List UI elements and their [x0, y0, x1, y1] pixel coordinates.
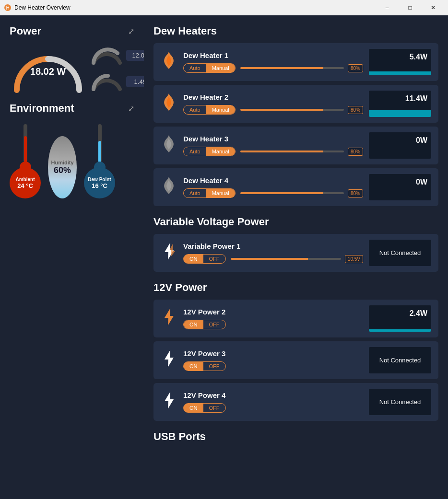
dew-heater-2-bar-area	[369, 107, 431, 117]
svg-rect-3	[24, 136, 27, 162]
12v-power-3-icon	[161, 349, 177, 371]
12v-power-2-info: 12V Power 2 ON OFF	[183, 308, 363, 329]
dew-heater-1-toggle[interactable]: Auto Manual	[183, 63, 236, 73]
title-bar: H Dew Heater Overview – □ ✕	[0, 0, 448, 15]
dew-heater-4-card: Dew Heater 4 Auto Manual 80% 0W	[153, 168, 438, 206]
env-display: Ambient 24 °C Humidity 60%	[10, 122, 134, 198]
dew-heater-4-chart-value: 0W	[416, 178, 427, 186]
dew-heater-2-bar	[369, 110, 431, 117]
app-icon: H	[4, 4, 12, 12]
dew-heater-2-chart: 11.4W	[369, 91, 431, 117]
power-external-link-icon[interactable]: ⤢	[128, 27, 134, 36]
close-button[interactable]: ✕	[422, 0, 444, 15]
variable-power-1-slider-track[interactable]	[231, 258, 341, 260]
dew-heater-1-bar	[369, 71, 431, 75]
12v-power-4-on-btn[interactable]: ON	[184, 404, 203, 412]
12v-power-2-name: 12V Power 2	[183, 308, 363, 316]
minimize-button[interactable]: –	[376, 0, 398, 15]
variable-power-1-status: Not Connected	[371, 249, 429, 256]
ambient-label: Ambient 24 °C	[10, 167, 41, 198]
dew-heater-1-chart-value: 5.4W	[410, 53, 427, 61]
dew-heater-3-auto-btn[interactable]: Auto	[184, 147, 206, 156]
variable-power-1-toggle[interactable]: ON OFF	[183, 254, 226, 264]
svg-rect-6	[98, 141, 101, 162]
dew-heater-3-toggle[interactable]: Auto Manual	[183, 147, 236, 156]
maximize-button[interactable]: □	[399, 0, 421, 15]
power-section-header: Power ⤢	[10, 25, 134, 37]
dew-heater-2-manual-btn[interactable]: Manual	[206, 105, 235, 114]
dew-heater-3-card: Dew Heater 3 Auto Manual 80% 0W	[153, 127, 438, 164]
12v-power-3-controls: ON OFF	[183, 361, 363, 371]
window-controls: – □ ✕	[376, 0, 444, 15]
12v-power-4-controls: ON OFF	[183, 403, 363, 413]
power-watts-value: 18.02 W	[30, 66, 66, 77]
ambient-thermometer: Ambient 24 °C	[10, 122, 41, 198]
variable-power-1-controls: ON OFF 10.5V	[183, 254, 363, 264]
dew-heater-2-slider-track[interactable]	[240, 109, 344, 111]
12v-power-3-status: Not Connected	[371, 357, 429, 364]
12v-power-2-off-btn[interactable]: OFF	[203, 320, 225, 329]
dew-heater-3-chart-value: 0W	[416, 136, 427, 145]
12v-power-3-toggle[interactable]: ON OFF	[183, 361, 226, 371]
dew-heater-1-chart: 5.4W	[369, 49, 431, 75]
dew-heater-3-chart: 0W	[369, 132, 431, 159]
dew-heater-2-slider-value: 80%	[348, 106, 363, 114]
12v-power-3-off-btn[interactable]: OFF	[203, 362, 225, 371]
dew-heater-1-manual-btn[interactable]: Manual	[206, 64, 235, 72]
current-arc	[91, 72, 122, 92]
12v-power-2-chart-value: 2.4W	[410, 309, 427, 318]
dew-heaters-title: Dew Heaters	[153, 25, 438, 37]
variable-voltage-title: Variable Voltage Power	[153, 216, 438, 228]
12v-power-2-on-btn[interactable]: ON	[184, 320, 203, 329]
12v-power-2-bar	[369, 329, 431, 332]
12v-power-3-card: 12V Power 3 ON OFF Not Connected	[153, 341, 438, 379]
dew-heater-3-slider-track[interactable]	[240, 151, 344, 152]
dew-heater-2-icon	[161, 93, 177, 115]
humidity-display: Humidity 60%	[48, 136, 77, 198]
dew-heater-3-controls: Auto Manual 80%	[183, 147, 363, 156]
dew-heater-3-manual-btn[interactable]: Manual	[206, 147, 235, 156]
dew-heater-4-slider-track[interactable]	[240, 192, 344, 194]
dew-heater-4-toggle[interactable]: Auto Manual	[183, 188, 236, 198]
12v-power-2-toggle[interactable]: ON OFF	[183, 320, 226, 329]
env-external-link-icon[interactable]: ⤢	[128, 104, 134, 113]
dew-heater-4-controls: Auto Manual 80%	[183, 188, 363, 198]
12v-power-4-info: 12V Power 4 ON OFF	[183, 391, 363, 413]
main-layout: Power ⤢ 18.02 W	[0, 15, 448, 499]
dew-point-thermometer: Dew Point 16 °C	[84, 122, 115, 198]
dew-heater-1-auto-btn[interactable]: Auto	[184, 64, 206, 72]
dew-heater-1-controls: Auto Manual 80%	[183, 63, 363, 73]
12v-power-4-status: Not Connected	[371, 398, 429, 406]
power-title: Power	[10, 25, 41, 37]
dew-heater-1-name: Dew Heater 1	[183, 51, 363, 59]
dew-heater-4-icon	[161, 176, 177, 198]
dew-heater-2-auto-btn[interactable]: Auto	[184, 105, 206, 114]
left-panel: Power ⤢ 18.02 W	[0, 15, 144, 499]
dew-heater-2-slider-container: 80%	[240, 106, 363, 114]
dew-heater-4-manual-btn[interactable]: Manual	[206, 189, 235, 197]
dew-heater-4-auto-btn[interactable]: Auto	[184, 189, 206, 197]
voltage-arc	[91, 46, 122, 65]
svg-marker-11	[165, 350, 174, 367]
variable-power-1-name: Variable Power 1	[183, 242, 363, 250]
12v-power-2-icon	[161, 307, 177, 330]
12v-power-4-toggle[interactable]: ON OFF	[183, 403, 226, 413]
dew-heater-1-slider-track[interactable]	[240, 67, 344, 69]
variable-power-1-chart: Not Connected	[369, 240, 431, 266]
12v-power-3-on-btn[interactable]: ON	[184, 362, 203, 371]
right-panel[interactable]: Dew Heaters Dew Heater 1 Auto Manual	[144, 15, 448, 499]
dew-heater-3-icon	[161, 134, 177, 157]
window-title: Dew Heater Overview	[14, 4, 373, 11]
dew-heater-1-slider-container: 80%	[240, 64, 363, 72]
12v-power-3-chart: Not Connected	[369, 347, 431, 373]
12v-power-2-card: 12V Power 2 ON OFF 2.4W	[153, 300, 438, 337]
12v-power-3-name: 12V Power 3	[183, 349, 363, 358]
dew-heater-2-toggle[interactable]: Auto Manual	[183, 105, 236, 115]
dew-heater-3-slider-value: 80%	[348, 148, 363, 156]
variable-power-1-off-btn[interactable]: OFF	[203, 255, 225, 263]
dew-heater-1-icon	[161, 51, 177, 73]
variable-power-1-on-btn[interactable]: ON	[184, 255, 203, 263]
power-gauge: 18.02 W	[10, 45, 86, 93]
dew-heater-4-info: Dew Heater 4 Auto Manual 80%	[183, 176, 363, 198]
12v-power-4-off-btn[interactable]: OFF	[203, 404, 225, 412]
